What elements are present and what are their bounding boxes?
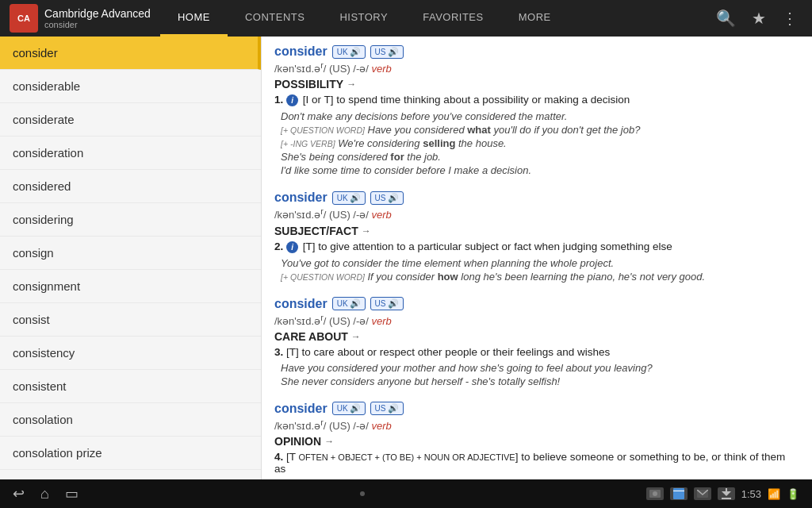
tab-home[interactable]: HOME <box>160 0 228 37</box>
svg-point-1 <box>653 491 657 496</box>
sidebar-item-considerable[interactable]: considerable <box>0 70 261 103</box>
app-title: Cambridge Advanced <box>44 7 151 20</box>
dot-1 <box>360 491 365 496</box>
search-button[interactable]: 🔍 <box>710 4 742 33</box>
recents-button[interactable]: ▭ <box>65 485 79 502</box>
sense-header-2: SUBJECT/FACT → <box>274 225 799 237</box>
app-icon-download[interactable] <box>718 487 735 500</box>
bottom-right: 1:53 📶 🔋 <box>646 487 799 500</box>
app-icon-mail[interactable] <box>694 487 711 500</box>
sidebar-item-consider[interactable]: consider <box>0 37 261 70</box>
app-subtitle: consider <box>44 20 151 29</box>
pron-us-3[interactable]: US 🔊 <box>370 297 404 310</box>
home-button[interactable]: ⌂ <box>40 485 49 502</box>
phonetic-2: /kən'sɪd.ər/ (US) /-ə/ verb <box>274 206 799 221</box>
pron-us-4[interactable]: US 🔊 <box>370 402 404 415</box>
example-1-2: [+ question word] Have you considered wh… <box>281 124 799 136</box>
sense-header-1: POSSIBILITY → <box>274 78 799 90</box>
svg-rect-3 <box>673 491 684 491</box>
pron-us-1[interactable]: US 🔊 <box>370 45 404 59</box>
sidebar-item-consistency[interactable]: consistency <box>0 337 261 370</box>
entry-3-headword: consider UK 🔊 US 🔊 <box>274 297 799 311</box>
phonetic-1: /kən'sɪd.ər/ (US) /-ə/ verb <box>274 60 799 75</box>
phonetic-4: /kən'sɪd.ər/ (US) /-ə/ verb <box>274 418 799 432</box>
bottom-center <box>360 491 365 496</box>
example-1-1: Don't make any decisions before you've c… <box>281 110 799 122</box>
sidebar-item-consignment[interactable]: consignment <box>0 270 261 303</box>
sidebar: consider considerable considerate consid… <box>0 37 262 479</box>
pron-uk-1[interactable]: UK 🔊 <box>332 45 366 59</box>
phonetic-3: /kən'sɪd.ər/ (US) /-ə/ verb <box>274 313 799 327</box>
back-button[interactable]: ↩ <box>13 485 25 502</box>
entry-4-headword: consider UK 🔊 US 🔊 <box>274 402 799 416</box>
example-3-2: She never considers anyone but herself -… <box>281 375 799 387</box>
sense-def-3: 3. [T] to care about or respect other pe… <box>274 346 799 358</box>
sense-header-4: OPINION → <box>274 435 799 448</box>
sidebar-item-consideration[interactable]: consideration <box>0 137 261 170</box>
sense-def-4: 4. [T OFTEN + OBJECT + (TO BE) + NOUN OR… <box>274 451 799 475</box>
main-content: consider considerable considerate consid… <box>0 37 812 479</box>
sidebar-item-considering[interactable]: considering <box>0 203 261 237</box>
app-title-block: Cambridge Advanced consider <box>44 7 151 29</box>
entry-2: consider UK 🔊 US 🔊 /kən'sɪd.ər/ (US) /-ə… <box>274 190 799 282</box>
sidebar-item-considerate[interactable]: considerate <box>0 103 261 137</box>
status-time: 1:53 <box>741 488 761 500</box>
favorites-button[interactable]: ★ <box>745 4 772 33</box>
sidebar-item-consist[interactable]: consist <box>0 303 261 337</box>
top-bar: CA Cambridge Advanced consider HOME CONT… <box>0 0 812 37</box>
entry-1-headword: consider UK 🔊 US 🔊 <box>274 44 799 59</box>
headword-1: consider <box>274 44 327 59</box>
tab-contents[interactable]: CONTENTS <box>228 0 323 37</box>
bottom-bar: ↩ ⌂ ▭ 1:53 📶 🔋 <box>0 479 812 508</box>
tab-favorites[interactable]: FAVORITES <box>405 0 501 37</box>
nav-tabs: HOME CONTENTS HISTORY FAVORITES MORE <box>160 0 702 37</box>
sidebar-item-consistent[interactable]: consistent <box>0 370 261 403</box>
battery-icon: 🔋 <box>787 488 799 500</box>
headword-4: consider <box>274 402 327 416</box>
headword-2: consider <box>274 190 327 205</box>
more-button[interactable]: ⋮ <box>776 4 804 33</box>
app-icon-photo[interactable] <box>646 487 664 500</box>
bottom-app-icons <box>646 487 735 500</box>
app-icon-calendar[interactable] <box>670 487 688 500</box>
app-logo-icon: CA <box>10 4 38 33</box>
tab-history[interactable]: HISTORY <box>322 0 405 37</box>
pron-us-2[interactable]: US 🔊 <box>370 191 404 205</box>
tab-more[interactable]: MORE <box>501 0 569 37</box>
example-1-3: [+ -ing verb] We're considering selling … <box>281 137 799 149</box>
pron-uk-3[interactable]: UK 🔊 <box>332 297 366 310</box>
sidebar-item-consign[interactable]: consign <box>0 237 261 270</box>
entry-4: consider UK 🔊 US 🔊 /kən'sɪd.ər/ (US) /-ə… <box>274 402 799 479</box>
dict-content: consider UK 🔊 US 🔊 /kən'sɪd.ər/ (US) /-ə… <box>262 37 812 479</box>
sense-def-1: 1. i [I or T] to spend time thinking abo… <box>274 94 799 106</box>
app-logo: CA Cambridge Advanced consider <box>0 4 160 33</box>
sidebar-item-consolation-prize[interactable]: consolation prize <box>0 437 261 470</box>
pron-uk-2[interactable]: UK 🔊 <box>332 191 366 205</box>
entry-2-headword: consider UK 🔊 US 🔊 <box>274 190 799 205</box>
pron-uk-4[interactable]: UK 🔊 <box>332 402 366 415</box>
entry-3: consider UK 🔊 US 🔊 /kən'sɪd.ər/ (US) /-ə… <box>274 297 799 387</box>
svg-rect-6 <box>726 488 727 493</box>
example-3-1: Have you considered your mother and how … <box>281 362 799 374</box>
svg-rect-2 <box>673 488 684 499</box>
example-1-5: I'd like some time to consider before I … <box>281 164 799 176</box>
headword-3: consider <box>274 297 327 311</box>
sidebar-item-consolation[interactable]: consolation <box>0 403 261 437</box>
sense-def-2: 2. i [T] to give attention to a particul… <box>274 241 799 253</box>
top-actions: 🔍 ★ ⋮ <box>702 4 812 33</box>
wifi-icon: 📶 <box>768 488 780 500</box>
sidebar-item-considered[interactable]: considered <box>0 170 261 203</box>
bottom-nav: ↩ ⌂ ▭ <box>13 485 79 502</box>
sidebar-item-console[interactable]: console <box>0 470 261 479</box>
example-2-2: [+ question word] If you consider how lo… <box>281 271 799 283</box>
entry-1: consider UK 🔊 US 🔊 /kən'sɪd.ər/ (US) /-ə… <box>274 44 799 176</box>
sense-header-3: CARE ABOUT → <box>274 330 799 343</box>
example-1-4: She's being considered for the job. <box>281 151 799 163</box>
example-2-1: You've got to consider the time element … <box>281 257 799 269</box>
svg-rect-7 <box>722 498 731 499</box>
